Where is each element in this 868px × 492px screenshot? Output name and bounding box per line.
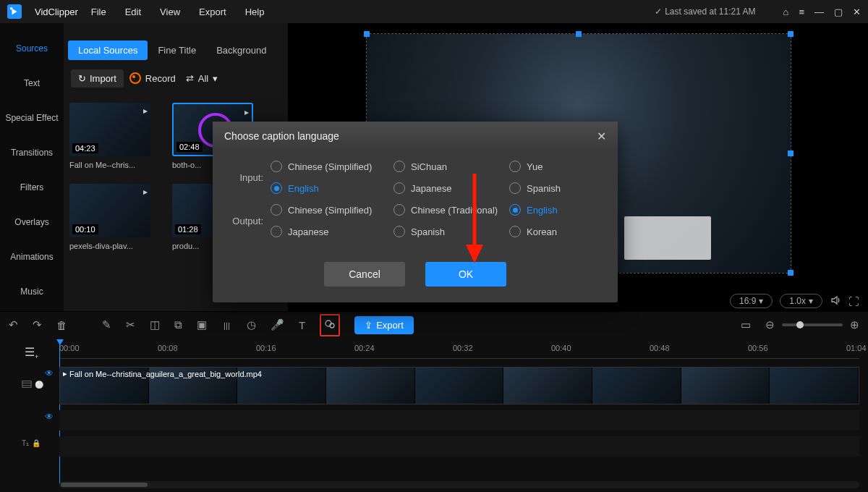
menu-edit[interactable]: Edit (125, 7, 141, 17)
sort-dropdown[interactable]: ⇄All▾ (186, 73, 218, 84)
menu-view[interactable]: View (160, 7, 180, 17)
picture-icon[interactable]: ▣ (197, 318, 207, 331)
tab-local-sources[interactable]: Local Sources (68, 41, 148, 60)
speed-dropdown[interactable]: 1.0x▾ (780, 294, 822, 308)
radio-icon (271, 226, 282, 237)
duration-badge: 02:48 (176, 142, 203, 152)
caption-icon[interactable] (320, 314, 340, 336)
radio-input-japanese[interactable]: Japanese (393, 182, 509, 194)
home-icon[interactable]: ⌂ (783, 7, 789, 17)
tab-fine-title[interactable]: Fine Title (148, 41, 206, 60)
radio-input-english[interactable]: English (271, 182, 393, 194)
track-menu-icon[interactable]: ☰+ (25, 345, 38, 360)
volume-icon[interactable] (830, 294, 841, 308)
undo-icon[interactable]: ↶ (9, 318, 18, 331)
sidenav-text[interactable]: Text (24, 78, 40, 88)
text-track[interactable] (59, 436, 859, 457)
eye-icon[interactable]: 👁 (45, 368, 54, 378)
panel-toolbar: ↻Import Record ⇄All▾ (64, 64, 288, 93)
cut-icon[interactable]: ✂ (126, 318, 135, 331)
thumbnail[interactable]: 04:23▸Fall on Me--chris... (69, 103, 150, 169)
radio-icon (271, 161, 282, 172)
svg-point-0 (10, 7, 13, 10)
panel-tabs: Local SourcesFine TitleBackground (64, 36, 288, 64)
radio-label: English (527, 205, 558, 216)
output-label: Output: (227, 216, 263, 226)
radio-output-chinese-simplified-[interactable]: Chinese (Simplified) (271, 204, 393, 216)
radio-input-sichuan[interactable]: SiChuan (393, 161, 509, 172)
aspect-dropdown[interactable]: 16:9▾ (730, 294, 773, 308)
chevron-down-icon: ▾ (759, 296, 763, 306)
audio-track[interactable] (59, 410, 859, 430)
radio-label: Chinese (Simplified) (288, 161, 372, 172)
frame-icon[interactable]: ▭ (741, 318, 751, 331)
text-icon[interactable]: T (299, 319, 305, 331)
sidenav-special-effect[interactable]: Special Effect (5, 113, 58, 123)
radio-label: SiChuan (411, 161, 447, 172)
menu-file[interactable]: File (91, 7, 106, 17)
redo-icon[interactable]: ↷ (33, 318, 42, 331)
svg-rect-3 (22, 381, 31, 388)
export-icon: ⇪ (365, 320, 373, 331)
play-mark-icon: ▸ (143, 106, 148, 116)
fullscreen-icon[interactable]: ⛶ (848, 295, 859, 308)
zoom-controls: ⊖ ⊕ (765, 318, 859, 331)
radio-input-chinese-simplified-[interactable]: Chinese (Simplified) (271, 161, 393, 172)
sidenav-music[interactable]: Music (20, 287, 43, 297)
radio-output-japanese[interactable]: Japanese (271, 226, 393, 237)
sidenav-animations[interactable]: Animations (10, 252, 53, 262)
radio-input-yue[interactable]: Yue (509, 161, 603, 172)
record-button[interactable]: Record (129, 72, 176, 84)
video-track-label: ⚪ (22, 380, 54, 389)
close-icon[interactable]: ✕ (853, 7, 861, 17)
radio-label: Japanese (288, 226, 328, 237)
tick: 01:04 (846, 344, 867, 352)
video-track[interactable]: ▸Fall on Me--christina_aguilera_a_great_… (59, 367, 859, 404)
tick: 00:08 (158, 344, 178, 352)
hamburger-icon[interactable]: ≡ (799, 7, 804, 17)
side-nav: SourcesTextSpecial EffectTransitionsFilt… (0, 23, 64, 311)
zoom-slider[interactable] (782, 323, 843, 326)
menu-export[interactable]: Export (199, 7, 226, 17)
ok-button[interactable]: OK (425, 262, 506, 287)
radio-input-spanish[interactable]: Spanish (509, 182, 603, 194)
bars-icon[interactable]: ⫼ (221, 319, 232, 331)
sidenav-transitions[interactable]: Transitions (11, 148, 53, 158)
record-icon (129, 72, 141, 84)
duration-badge: 00:10 (72, 224, 98, 234)
radio-output-korean[interactable]: Korean (509, 226, 603, 237)
mic-icon[interactable]: 🎤 (271, 318, 284, 331)
radio-label: English (288, 183, 319, 194)
title-bar: VidClipper FileEditViewExportHelp ✓Last … (0, 0, 868, 23)
dialog-close-icon[interactable]: ✕ (597, 130, 606, 143)
zoom-out-icon[interactable]: ⊖ (765, 318, 775, 331)
crop-icon[interactable]: ◫ (150, 318, 160, 331)
tab-background[interactable]: Background (206, 41, 276, 60)
import-button[interactable]: ↻Import (71, 69, 124, 88)
radio-icon (509, 226, 521, 237)
eye-icon[interactable]: 👁 (45, 412, 54, 422)
thumbnail[interactable]: 00:10▸pexels-diva-plav... (69, 184, 150, 250)
sidenav-filters[interactable]: Filters (20, 182, 44, 192)
clock-icon[interactable]: ◷ (247, 318, 256, 331)
radio-output-english[interactable]: English (509, 204, 603, 216)
maximize-icon[interactable]: ▢ (834, 7, 843, 17)
copy-icon[interactable]: ⧉ (174, 318, 182, 331)
timeline-scrollbar[interactable] (59, 481, 859, 488)
radio-output-spanish[interactable]: Spanish (393, 226, 509, 237)
sidenav-overlays[interactable]: Overlays (14, 217, 48, 227)
edit-icon[interactable]: ✎ (102, 318, 111, 331)
delete-icon[interactable]: 🗑 (56, 319, 67, 331)
minimize-icon[interactable]: — (814, 7, 824, 17)
menu-help[interactable]: Help (245, 7, 265, 17)
radio-icon (271, 204, 282, 216)
radio-label: Chinese (Simplified) (288, 205, 372, 216)
time-ruler[interactable]: 00:0000:0800:1600:2400:3200:4000:4800:56… (59, 344, 859, 355)
sidenav-sources[interactable]: Sources (16, 43, 48, 54)
caption-language-dialog: Choose caption language ✕ Input: Chinese… (213, 122, 618, 302)
zoom-in-icon[interactable]: ⊕ (850, 318, 859, 331)
cancel-button[interactable]: Cancel (324, 262, 405, 287)
dialog-title: Choose caption language (224, 130, 339, 142)
export-button[interactable]: ⇪Export (354, 316, 414, 334)
radio-output-chinese-traditional-[interactable]: Chinese (Traditional) (393, 204, 509, 216)
